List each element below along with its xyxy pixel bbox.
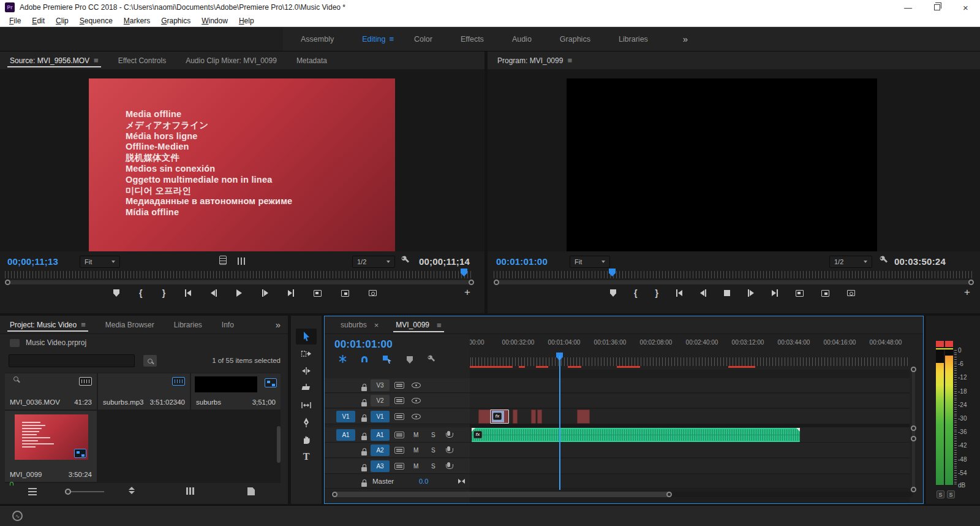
program-current-timecode[interactable]: 00:01:01:00: [496, 256, 548, 267]
track-lane-v3[interactable]: [470, 378, 910, 393]
step-back-button[interactable]: [700, 288, 706, 298]
thumbnail-zoom-slider[interactable]: [69, 491, 104, 492]
track-lane-v2[interactable]: [470, 394, 910, 408]
track-label-a3[interactable]: A3: [371, 460, 390, 472]
new-item-button[interactable]: [247, 487, 255, 495]
menu-clip[interactable]: Clip: [50, 17, 74, 25]
track-output-eye-icon[interactable]: [412, 414, 421, 419]
v-scrollbar-handle[interactable]: [911, 425, 916, 431]
program-button-editor[interactable]: +: [964, 288, 970, 297]
timeline-horizontal-scrollbar-handle[interactable]: [333, 492, 670, 497]
export-frame-button[interactable]: [369, 288, 377, 298]
menu-sequence[interactable]: Sequence: [74, 17, 118, 25]
step-back-button[interactable]: [211, 288, 217, 298]
menu-graphics[interactable]: Graphics: [156, 17, 196, 25]
track-label-v2[interactable]: V2: [371, 395, 390, 406]
go-to-out-button[interactable]: [772, 288, 778, 298]
sync-lock-icon[interactable]: [394, 463, 404, 470]
voiceover-mic-icon[interactable]: [447, 431, 450, 436]
track-label-a1[interactable]: A1: [371, 429, 390, 441]
lock-icon[interactable]: [361, 402, 367, 406]
solo-button[interactable]: S: [431, 432, 435, 438]
lock-icon[interactable]: [361, 451, 367, 455]
timeline-clip-offline[interactable]: [513, 410, 518, 424]
timeline-playhead-line[interactable]: [559, 356, 560, 490]
timeline-clip-offline[interactable]: [577, 410, 590, 424]
mark-out-button[interactable]: }: [655, 288, 658, 298]
mark-in-button[interactable]: {: [139, 288, 142, 298]
pen-tool[interactable]: [296, 414, 317, 430]
source-playback-resolution-select[interactable]: 1/2: [352, 256, 395, 268]
project-item-suburbs-mp3[interactable]: suburbs.mp3 3:51:02340: [98, 373, 190, 410]
project-search-input[interactable]: [9, 354, 135, 367]
creative-cloud-sync-icon[interactable]: ∿: [12, 511, 23, 521]
source-zoom-select[interactable]: Fit: [80, 256, 120, 268]
go-to-out-button[interactable]: [288, 288, 294, 298]
sort-icons-button[interactable]: [129, 487, 135, 494]
menu-window[interactable]: Window: [196, 17, 233, 25]
v-scrollbar-handle[interactable]: [911, 367, 916, 372]
program-zoom-scrollbar[interactable]: [494, 280, 974, 284]
slip-tool[interactable]: [296, 397, 317, 413]
program-scrub-ruler[interactable]: [494, 271, 974, 278]
menu-help[interactable]: Help: [233, 17, 260, 25]
insert-button[interactable]: [314, 288, 322, 298]
lock-icon[interactable]: [361, 436, 367, 440]
lock-icon[interactable]: [361, 417, 367, 422]
step-forward-button[interactable]: [262, 288, 268, 298]
timeline-panel-menu-icon[interactable]: ≡: [437, 321, 442, 330]
source-current-timecode[interactable]: 00;00;11;13: [7, 256, 58, 267]
tab-audio-clip-mixer[interactable]: Audio Clip Mixer: MVI_0099: [176, 51, 287, 69]
workspace-tab-libraries[interactable]: Libraries: [605, 35, 662, 44]
step-forward-button[interactable]: [748, 288, 754, 298]
program-settings-wrench-icon[interactable]: [878, 255, 888, 265]
list-view-button[interactable]: [28, 488, 37, 495]
timeline-tab-suburbs[interactable]: suburbs ×: [332, 316, 387, 334]
timeline-settings-wrench-icon[interactable]: [426, 354, 435, 364]
mute-button[interactable]: M: [413, 447, 418, 454]
track-label-v3[interactable]: V3: [371, 379, 390, 391]
clip-indicator-left[interactable]: [936, 341, 944, 347]
lock-icon[interactable]: [361, 482, 367, 487]
minimize-button[interactable]: —: [894, 0, 922, 15]
master-level-value[interactable]: 0.0: [419, 478, 428, 485]
track-output-eye-icon[interactable]: [412, 398, 421, 403]
project-item-mvi0099-selected[interactable]: MVI_0099 3:50:24: [5, 411, 97, 482]
workspace-tab-assembly[interactable]: Assembly: [287, 35, 348, 44]
track-output-eye-icon[interactable]: [412, 383, 421, 388]
lock-icon[interactable]: [361, 387, 367, 391]
snap-toggle-magnet-icon[interactable]: [361, 356, 368, 362]
zoom-slider-handle[interactable]: [65, 489, 71, 495]
source-scrollbar-left-handle[interactable]: [5, 280, 10, 285]
timeline-clip-offline[interactable]: [531, 410, 536, 424]
tab-libraries[interactable]: Libraries: [164, 316, 212, 334]
project-item-suburbs-sequence[interactable]: suburbs 3;51;00: [191, 373, 281, 410]
sync-lock-icon[interactable]: [394, 413, 404, 420]
timeline-ruler[interactable]: 00:00:00 00:00:32:00 00:01:04:00 00:01:3…: [470, 335, 910, 370]
workspace-tab-color[interactable]: Color: [400, 35, 447, 44]
drag-audio-only-icon[interactable]: [238, 257, 246, 265]
voiceover-mic-icon[interactable]: [447, 446, 450, 451]
timeline-clip-offline-selected[interactable]: fx: [490, 410, 509, 424]
sync-lock-icon[interactable]: [394, 447, 404, 454]
tab-media-browser[interactable]: Media Browser: [96, 316, 164, 334]
fit-sequence-icon[interactable]: [458, 479, 465, 484]
stop-button[interactable]: [724, 288, 730, 298]
source-settings-wrench-icon[interactable]: [400, 255, 410, 265]
project-tabs-overflow-icon[interactable]: »: [276, 319, 288, 330]
mute-button[interactable]: M: [413, 463, 418, 470]
linked-selection-toggle[interactable]: [382, 354, 392, 366]
track-lane-v1[interactable]: fx: [470, 409, 910, 424]
menu-file[interactable]: File: [4, 17, 26, 25]
source-patch-a1[interactable]: A1: [336, 429, 355, 441]
play-button[interactable]: [236, 288, 242, 298]
automate-to-sequence-button[interactable]: [186, 487, 188, 495]
workspace-tab-graphics[interactable]: Graphics: [546, 35, 605, 44]
workspace-tab-audio[interactable]: Audio: [498, 35, 546, 44]
clip-indicator-right[interactable]: [945, 341, 953, 347]
tab-metadata[interactable]: Metadata: [287, 51, 337, 69]
track-label-a2[interactable]: A2: [371, 444, 390, 456]
go-to-in-button[interactable]: [185, 288, 191, 298]
v-scrollbar-handle[interactable]: [911, 487, 916, 492]
mark-in-button[interactable]: {: [634, 288, 637, 298]
